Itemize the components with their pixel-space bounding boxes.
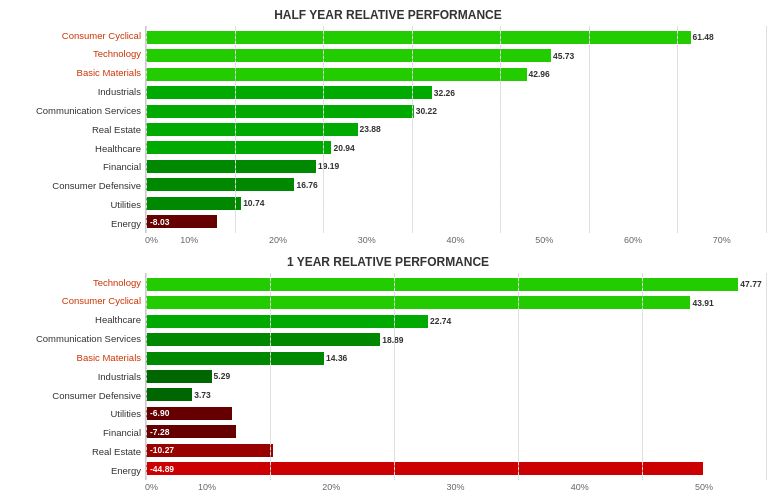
- bar-row: 3.73: [146, 387, 766, 403]
- x-axis-label: 10%: [145, 482, 269, 492]
- grid-line: [766, 26, 767, 233]
- charts-container: HALF YEAR RELATIVE PERFORMANCE Consumer …: [0, 0, 776, 500]
- bar-value-label: -44.89: [150, 464, 174, 474]
- chart1-body: Consumer CyclicalTechnologyBasic Materia…: [10, 26, 766, 233]
- bar-negative: -10.27: [146, 444, 273, 457]
- bar-label: Real Estate: [10, 444, 141, 460]
- bar-value-label: 23.88: [360, 124, 381, 134]
- bar-value-label: 45.73: [553, 51, 574, 61]
- grid-line: [766, 273, 767, 480]
- bar-label: Consumer Cyclical: [10, 27, 141, 43]
- bar-label: Utilities: [10, 197, 141, 213]
- bar-row: 18.89: [146, 332, 766, 348]
- bar-positive: 61.48: [146, 31, 691, 44]
- bar-row: 5.29: [146, 368, 766, 384]
- x-axis-label: 50%: [500, 235, 589, 245]
- bar-value-label: -10.27: [150, 445, 174, 455]
- bar-positive: 42.96: [146, 68, 527, 81]
- x-axis-label: 10%: [145, 235, 234, 245]
- bar-label: Energy: [10, 463, 141, 479]
- x-axis-label: 60%: [589, 235, 678, 245]
- chart1-title: HALF YEAR RELATIVE PERFORMANCE: [10, 8, 766, 22]
- bar-label: Utilities: [10, 406, 141, 422]
- bar-value-label: 61.48: [693, 32, 714, 42]
- bar-label: Financial: [10, 425, 141, 441]
- bar-positive: 30.22: [146, 105, 414, 118]
- bar-positive: 45.73: [146, 49, 551, 62]
- bar-value-label: 43.91: [692, 298, 713, 308]
- bar-row: 47.77: [146, 276, 766, 292]
- bar-row: 42.96: [146, 66, 766, 82]
- x-axis-label: 30%: [322, 235, 411, 245]
- x-axis-label: 30%: [393, 482, 517, 492]
- bar-value-label: 18.89: [382, 335, 403, 345]
- bar-value-label: 16.76: [296, 180, 317, 190]
- x-axis-label: 20%: [269, 482, 393, 492]
- bar-value-label: -6.90: [150, 408, 169, 418]
- bar-row: 61.48: [146, 29, 766, 45]
- chart2-body: TechnologyConsumer CyclicalHealthcareCom…: [10, 273, 766, 480]
- bar-label: Healthcare: [10, 312, 141, 328]
- bar-label: Financial: [10, 159, 141, 175]
- bar-row: 43.91: [146, 295, 766, 311]
- bar-positive: 18.89: [146, 333, 380, 346]
- bar-value-label: 10.74: [243, 198, 264, 208]
- bar-value-label: 3.73: [194, 390, 211, 400]
- chart2-labels: TechnologyConsumer CyclicalHealthcareCom…: [10, 273, 145, 480]
- bar-value-label: 30.22: [416, 106, 437, 116]
- bar-row: 45.73: [146, 48, 766, 64]
- bar-value-label: -8.03: [150, 217, 169, 227]
- x-axis-label: 20%: [234, 235, 323, 245]
- bar-row: -10.27: [146, 442, 766, 458]
- bar-positive: 3.73: [146, 388, 192, 401]
- bar-row: 10.74: [146, 195, 766, 211]
- bar-positive: 5.29: [146, 370, 212, 383]
- bar-value-label: 14.36: [326, 353, 347, 363]
- bar-positive: 10.74: [146, 197, 241, 210]
- bar-value-label: 19.19: [318, 161, 339, 171]
- chart2-title: 1 YEAR RELATIVE PERFORMANCE: [10, 255, 766, 269]
- bar-negative: -6.90: [146, 407, 232, 420]
- bar-label: Technology: [10, 274, 141, 290]
- bar-row: 30.22: [146, 103, 766, 119]
- bar-label: Communication Services: [10, 331, 141, 347]
- bar-positive: 20.94: [146, 141, 331, 154]
- bar-label: Real Estate: [10, 121, 141, 137]
- bar-label: Consumer Cyclical: [10, 293, 141, 309]
- bar-value-label: 22.74: [430, 316, 451, 326]
- bar-row: 23.88: [146, 121, 766, 137]
- bar-row: 22.74: [146, 313, 766, 329]
- bar-positive: 23.88: [146, 123, 358, 136]
- bar-positive: 16.76: [146, 178, 294, 191]
- bar-row: 14.36: [146, 350, 766, 366]
- bar-row: -8.03: [146, 214, 766, 230]
- x-axis-label: 40%: [411, 235, 500, 245]
- bar-label: Basic Materials: [10, 65, 141, 81]
- bar-row: 19.19: [146, 158, 766, 174]
- bar-value-label: 32.26: [434, 88, 455, 98]
- bar-positive: 14.36: [146, 352, 324, 365]
- bar-row: 16.76: [146, 177, 766, 193]
- x-axis-label: 50%: [642, 482, 766, 492]
- chart2-section: 1 YEAR RELATIVE PERFORMANCE TechnologyCo…: [10, 255, 766, 492]
- bar-negative: -7.28: [146, 425, 236, 438]
- bar-negative: -8.03: [146, 215, 217, 228]
- bar-row: 20.94: [146, 140, 766, 156]
- x-axis-label: 40%: [518, 482, 642, 492]
- bar-label: Consumer Defensive: [10, 387, 141, 403]
- bar-value-label: 20.94: [333, 143, 354, 153]
- chart1-bars-area: 61.4845.7342.9632.2630.2223.8820.9419.19…: [145, 26, 766, 233]
- bar-positive: 47.77: [146, 278, 738, 291]
- bar-label: Technology: [10, 46, 141, 62]
- chart1-labels: Consumer CyclicalTechnologyBasic Materia…: [10, 26, 145, 233]
- bar-row: 32.26: [146, 85, 766, 101]
- bar-label: Industrials: [10, 368, 141, 384]
- chart2-bars-area: 47.7743.9122.7418.8914.365.293.73-6.90-7…: [145, 273, 766, 480]
- x-axis-label: 70%: [677, 235, 766, 245]
- bar-positive: 22.74: [146, 315, 428, 328]
- bar-positive: 19.19: [146, 160, 316, 173]
- bar-value-label: -7.28: [150, 427, 169, 437]
- bar-label: Industrials: [10, 84, 141, 100]
- bar-row: -44.89: [146, 461, 766, 477]
- bar-value-label: 42.96: [529, 69, 550, 79]
